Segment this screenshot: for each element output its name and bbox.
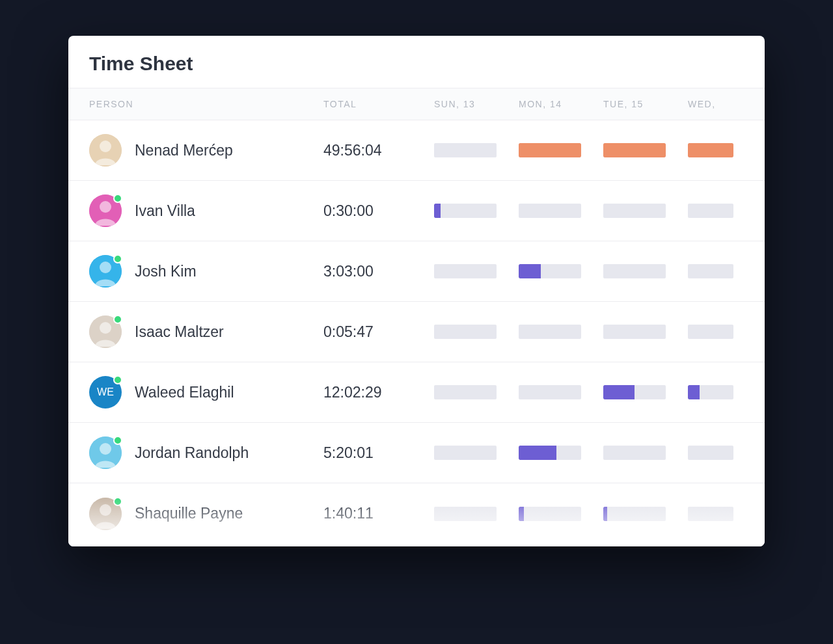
day-cell[interactable] <box>688 264 740 278</box>
time-bar <box>603 507 666 521</box>
person-name: Nenad Merćep <box>135 142 233 159</box>
day-cell[interactable] <box>519 385 603 399</box>
day-cell[interactable] <box>603 143 688 157</box>
time-bar-fill <box>603 385 635 399</box>
total-time: 1:40:11 <box>323 505 434 522</box>
person-name: Josh Kim <box>135 263 197 280</box>
table-row[interactable]: Ivan Villa0:30:00 <box>68 181 765 241</box>
avatar[interactable]: WE <box>89 376 122 409</box>
time-bar-fill <box>434 204 441 218</box>
day-cell[interactable] <box>434 264 519 278</box>
avatar[interactable] <box>89 498 122 530</box>
status-online-icon <box>113 375 122 384</box>
time-bar-fill <box>519 143 581 157</box>
day-cell[interactable] <box>688 385 740 399</box>
day-cell[interactable] <box>434 385 519 399</box>
avatar-photo <box>89 134 122 167</box>
total-time: 5:20:01 <box>323 444 434 462</box>
time-bar-fill <box>519 446 556 460</box>
person-name: Ivan Villa <box>135 202 195 220</box>
col-header-day-3[interactable]: WED, <box>688 99 740 109</box>
timesheet-card: Time Sheet PERSON TOTAL SUN, 13 MON, 14 … <box>68 36 765 546</box>
table-row[interactable]: WEWaleed Elaghil12:02:29 <box>68 362 765 423</box>
person-name: Waleed Elaghil <box>135 384 234 401</box>
table-header: PERSON TOTAL SUN, 13 MON, 14 TUE, 15 WED… <box>68 88 765 120</box>
time-bar-fill <box>688 143 733 157</box>
time-bar <box>519 143 581 157</box>
day-cell[interactable] <box>688 446 740 460</box>
col-header-day-0[interactable]: SUN, 13 <box>434 99 519 109</box>
time-bar <box>434 385 497 399</box>
person-cell: Isaac Maltzer <box>89 315 323 348</box>
total-time: 3:03:00 <box>323 263 434 280</box>
person-name: Jordan Randolph <box>135 444 249 462</box>
time-bar <box>603 264 666 278</box>
col-header-person[interactable]: PERSON <box>89 99 323 109</box>
day-cell[interactable] <box>688 325 740 339</box>
table-row[interactable]: Isaac Maltzer0:05:47 <box>68 302 765 362</box>
time-bar-fill <box>688 385 700 399</box>
svg-point-7 <box>100 322 111 334</box>
day-cell[interactable] <box>434 325 519 339</box>
person-name: Isaac Maltzer <box>135 323 224 341</box>
day-cell[interactable] <box>603 325 688 339</box>
day-cell[interactable] <box>603 507 688 521</box>
day-cell[interactable] <box>688 507 740 521</box>
day-cell[interactable] <box>603 204 688 218</box>
time-bar <box>688 204 733 218</box>
day-cell[interactable] <box>434 204 519 218</box>
avatar[interactable] <box>89 436 122 469</box>
time-bar <box>434 446 497 460</box>
table-row[interactable]: Shaquille Payne1:40:11 <box>68 483 765 544</box>
time-bar <box>603 325 666 339</box>
time-bar <box>519 264 581 278</box>
day-cell[interactable] <box>519 325 603 339</box>
day-cell[interactable] <box>688 143 740 157</box>
time-bar <box>603 446 666 460</box>
person-cell: Josh Kim <box>89 255 323 288</box>
total-time: 49:56:04 <box>323 142 434 159</box>
svg-point-11 <box>100 504 111 516</box>
day-cell[interactable] <box>603 385 688 399</box>
avatar[interactable] <box>89 134 122 167</box>
time-bar <box>434 204 497 218</box>
time-bar <box>434 143 497 157</box>
time-bar <box>688 446 733 460</box>
avatar[interactable] <box>89 195 122 227</box>
col-header-day-2[interactable]: TUE, 15 <box>603 99 688 109</box>
col-header-total[interactable]: TOTAL <box>323 99 434 109</box>
time-bar <box>603 204 666 218</box>
status-online-icon <box>113 194 122 203</box>
day-cell[interactable] <box>434 143 519 157</box>
day-cell[interactable] <box>519 264 603 278</box>
table-row[interactable]: Josh Kim3:03:00 <box>68 241 765 302</box>
time-bar <box>603 385 666 399</box>
day-cell[interactable] <box>434 507 519 521</box>
day-cell[interactable] <box>434 446 519 460</box>
time-bar-fill <box>603 143 666 157</box>
time-bar <box>688 507 733 521</box>
day-cell[interactable] <box>603 446 688 460</box>
day-cell[interactable] <box>519 446 603 460</box>
person-cell: Shaquille Payne <box>89 498 323 530</box>
total-time: 0:05:47 <box>323 323 434 341</box>
day-cell[interactable] <box>519 507 603 521</box>
day-cell[interactable] <box>519 204 603 218</box>
time-bar-fill <box>519 264 541 278</box>
time-bar <box>688 143 733 157</box>
avatar[interactable] <box>89 255 122 288</box>
person-cell: WEWaleed Elaghil <box>89 376 323 409</box>
day-cell[interactable] <box>519 143 603 157</box>
svg-point-9 <box>100 443 111 455</box>
avatar[interactable] <box>89 315 122 348</box>
time-bar <box>688 325 733 339</box>
person-cell: Jordan Randolph <box>89 436 323 469</box>
table-row[interactable]: Nenad Merćep49:56:04 <box>68 120 765 181</box>
day-cell[interactable] <box>603 264 688 278</box>
time-bar <box>519 507 581 521</box>
table-row[interactable]: Jordan Randolph5:20:01 <box>68 423 765 483</box>
page-title: Time Sheet <box>68 36 765 88</box>
time-bar <box>434 507 497 521</box>
col-header-day-1[interactable]: MON, 14 <box>519 99 603 109</box>
day-cell[interactable] <box>688 204 740 218</box>
